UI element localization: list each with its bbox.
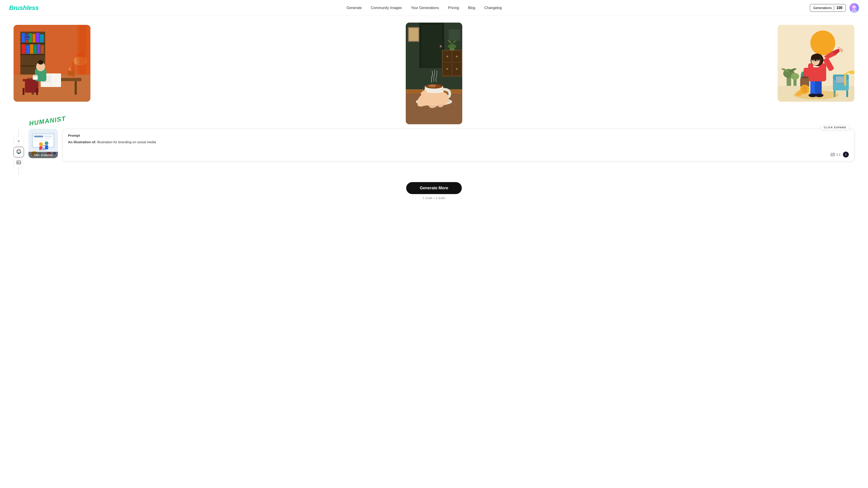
svg-point-67: [446, 56, 448, 57]
svg-rect-19: [37, 44, 40, 54]
nav-link-your-gen[interactable]: Your Generations: [411, 6, 439, 10]
svg-point-131: [18, 162, 19, 162]
study-illustration: [13, 25, 90, 102]
svg-rect-136: [44, 135, 52, 137]
nav-link-blog[interactable]: Blog: [468, 6, 475, 10]
palette-icon: [16, 149, 21, 155]
generations-label: Generations: [813, 6, 832, 10]
svg-rect-138: [34, 140, 48, 141]
info-icon-text: i: [845, 153, 846, 156]
nav-item-community[interactable]: Community Images: [371, 6, 402, 10]
toolbar-line-bottom: [19, 168, 19, 175]
lower-section: +: [13, 129, 855, 175]
svg-rect-16: [26, 45, 29, 54]
svg-rect-7: [20, 54, 45, 55]
generations-badge[interactable]: Generations 100: [810, 4, 846, 12]
svg-point-141: [45, 141, 49, 145]
svg-rect-12: [33, 34, 35, 42]
svg-rect-59: [422, 25, 442, 67]
image-card-branding[interactable]: [778, 25, 855, 102]
svg-point-1: [852, 5, 856, 8]
svg-point-80: [429, 85, 436, 87]
nav-link-changelog[interactable]: Changelog: [485, 6, 502, 10]
nav-link-generate[interactable]: Generate: [346, 6, 362, 10]
aspect-ratio-icon: [831, 152, 835, 157]
nav-links: Generate Community Images Your Generatio…: [346, 6, 502, 10]
svg-rect-17: [30, 44, 33, 54]
toolbar: +: [13, 129, 24, 175]
svg-rect-20: [41, 45, 44, 54]
svg-point-91: [791, 73, 799, 80]
svg-rect-100: [815, 79, 822, 95]
logo[interactable]: Brushless: [9, 4, 39, 11]
svg-rect-122: [844, 73, 846, 86]
svg-point-86: [810, 31, 835, 55]
svg-rect-14: [40, 34, 44, 42]
prompt-bold-prefix: An illustration of:: [68, 140, 96, 144]
avatar[interactable]: [849, 3, 859, 13]
click-expand-tag[interactable]: CLick ExPAND: [820, 125, 850, 130]
prompt-container: CLick ExPAND Prompt An illustration of: …: [62, 129, 855, 161]
svg-point-72: [448, 44, 456, 48]
nav-item-pricing[interactable]: Pricing: [448, 6, 459, 10]
image-icon: [16, 160, 21, 166]
svg-point-120: [814, 60, 815, 61]
svg-rect-48: [68, 70, 74, 76]
image-card-coffee[interactable]: [406, 23, 462, 124]
prompt-meta: 1:1 i: [68, 152, 849, 158]
info-button[interactable]: i: [843, 152, 849, 158]
generate-section: Generate More 1 credit = 3 drafts: [13, 182, 855, 200]
prompt-label: Prompt: [68, 133, 849, 137]
image-card-study[interactable]: [13, 25, 90, 102]
palette-button[interactable]: [13, 147, 24, 157]
svg-rect-130: [17, 161, 21, 164]
svg-point-125: [18, 150, 18, 151]
svg-point-126: [19, 150, 20, 151]
nav-right: Generations 100: [810, 3, 859, 13]
image-left-container: [13, 25, 90, 102]
svg-rect-74: [409, 28, 418, 41]
svg-rect-142: [45, 145, 48, 149]
svg-point-128: [18, 152, 19, 153]
svg-point-139: [39, 142, 43, 146]
generate-more-button[interactable]: Generate More: [406, 182, 462, 194]
svg-rect-143: [41, 148, 45, 149]
svg-point-50: [71, 67, 74, 70]
nav-link-pricing[interactable]: Pricing: [448, 6, 459, 10]
nav-item-your-gen[interactable]: Your Generations: [411, 6, 439, 10]
main-content: +: [0, 16, 868, 213]
svg-rect-61: [449, 29, 460, 41]
nav-item-blog[interactable]: Blog: [468, 6, 475, 10]
svg-rect-95: [846, 90, 848, 97]
generations-count: 100: [836, 6, 842, 10]
nav-item-generate[interactable]: Generate: [346, 6, 362, 10]
nav-item-changelog[interactable]: Changelog: [485, 6, 502, 10]
svg-point-21: [24, 34, 30, 40]
svg-rect-26: [74, 81, 77, 95]
svg-rect-6: [20, 43, 45, 44]
svg-rect-137: [34, 138, 52, 139]
svg-point-60: [440, 45, 442, 47]
svg-point-129: [18, 153, 20, 154]
branding-illustration: [778, 25, 855, 102]
svg-point-117: [816, 54, 820, 59]
nav-link-community[interactable]: Community Images: [371, 6, 402, 10]
generate-hint: 1 credit = 3 drafts: [423, 196, 445, 200]
svg-rect-15: [22, 44, 26, 54]
svg-rect-13: [36, 33, 39, 42]
explore-overlay: Click to explore: [29, 152, 58, 158]
toolbar-line-top: [19, 129, 19, 135]
svg-rect-18: [34, 45, 37, 54]
aspect-ratio-badge[interactable]: 1:1: [831, 152, 841, 157]
explore-card[interactable]: Click to explore: [29, 129, 58, 158]
svg-rect-135: [34, 135, 43, 137]
prompt-text: An illustration of: Illustration for bra…: [68, 140, 849, 145]
image-center-container: [97, 23, 771, 124]
image-button[interactable]: [13, 158, 24, 168]
svg-point-47: [33, 75, 38, 76]
aspect-ratio-value: 1:1: [836, 153, 841, 156]
svg-point-70: [456, 68, 458, 70]
coffee-illustration: [406, 23, 462, 124]
svg-point-68: [456, 56, 458, 57]
zoom-in-button[interactable]: +: [13, 136, 24, 147]
